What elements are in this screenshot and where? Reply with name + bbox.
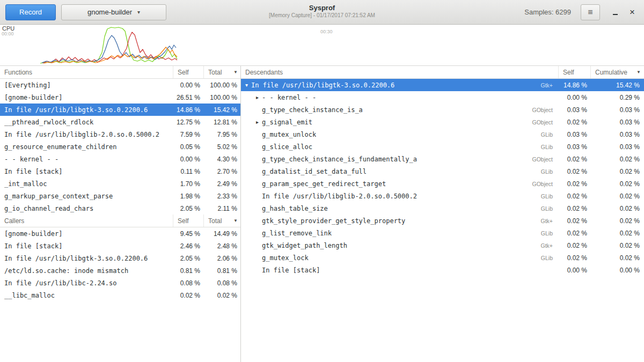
total-percent: 15.42 % [203, 106, 240, 114]
table-row[interactable]: g_list_remove_linkGLib0.02 %0.02 % [241, 227, 644, 239]
self-percent: 0.00 % [558, 267, 590, 274]
table-row[interactable]: g_resource_enumerate_children0.05 %5.02 … [0, 141, 240, 153]
function-name: In file [stack] [0, 242, 173, 250]
table-row[interactable]: g_mutex_unlockGLib0.03 %0.03 % [241, 128, 644, 141]
main-panes: Functions Self Total ▼ [Everything]0.00 … [0, 66, 644, 362]
total-percent: 100.00 % [203, 94, 240, 101]
table-row[interactable]: _int_malloc1.70 %2.49 % [0, 178, 240, 190]
minimize-button[interactable] [608, 5, 623, 20]
function-name: In file /usr/lib/libc-2.24.so [0, 279, 173, 287]
record-button[interactable]: Record [5, 4, 56, 20]
self-percent: 0.03 % [558, 106, 590, 114]
table-row[interactable]: In file [stack]0.11 %2.70 % [0, 165, 240, 178]
function-name: g_mutex_lock [261, 254, 309, 262]
function-name: g_slice_alloc [261, 143, 312, 151]
table-row[interactable]: gtk_widget_path_lengthGtk+0.02 %0.02 % [241, 239, 644, 252]
left-pane: Functions Self Total ▼ [Everything]0.00 … [0, 66, 241, 362]
table-row[interactable]: g_datalist_id_set_data_fullGLib0.02 %0.0… [241, 165, 644, 178]
functions-header: Functions Self Total ▼ [0, 66, 240, 79]
table-row[interactable]: In file [stack]0.00 %0.00 % [241, 264, 644, 276]
expander-open-icon[interactable]: ▾ [243, 82, 250, 88]
table-row[interactable]: g_hash_table_sizeGLib0.02 %0.02 % [241, 202, 644, 215]
cumulative-percent: 0.00 % [590, 267, 644, 274]
table-row[interactable]: g_type_check_instance_is_fundamentally_a… [241, 153, 644, 165]
table-row[interactable]: g_slice_allocGLib0.03 %0.03 % [241, 141, 644, 153]
table-row[interactable]: In file /usr/lib/libgtk-3.so.0.2200.62.0… [0, 252, 240, 264]
total-percent: 0.81 % [203, 267, 240, 275]
table-row[interactable]: In file /usr/lib/libc-2.24.so0.08 %0.08 … [0, 277, 240, 289]
process-selector[interactable]: gnome-builder ▾ [61, 4, 166, 20]
expander-closed-icon[interactable]: ▸ [254, 119, 261, 125]
function-name: g_hash_table_size [261, 205, 328, 212]
self-percent: 0.02 % [558, 156, 590, 163]
column-header-self[interactable]: Self [173, 215, 203, 227]
function-name: In file /usr/lib/libgtk-3.so.0.2200.6 [0, 106, 173, 114]
descendants-header: Descendants Self Cumulative ▼ [241, 66, 644, 79]
window-title-area: Sysprof [Memory Capture] - 01/17/2017 07… [161, 4, 483, 19]
cumulative-percent: 0.03 % [590, 106, 644, 114]
function-name: - - kernel - - [261, 94, 316, 101]
table-row[interactable]: g_param_spec_get_redirect_targetGObject0… [241, 178, 644, 190]
cpu-graph[interactable]: CPU 00:00 00:30 [0, 25, 644, 66]
table-row[interactable]: - - kernel - -0.00 %4.30 % [0, 153, 240, 165]
table-row[interactable]: ▾In file /usr/lib/libgtk-3.so.0.2200.6Gt… [241, 79, 644, 91]
function-name: In file /usr/lib/libgtk-3.so.0.2200.6 [0, 255, 173, 262]
total-percent: 7.95 % [203, 131, 240, 138]
library-badge: Gtk+ [541, 218, 558, 224]
total-percent: 2.11 % [203, 205, 240, 212]
table-row[interactable]: __libc_malloc0.02 %0.02 % [0, 289, 240, 301]
self-percent: 0.00 % [173, 82, 203, 89]
column-header-cumulative[interactable]: Cumulative ▼ [590, 66, 644, 78]
total-percent: 2.48 % [203, 242, 240, 250]
column-header-self[interactable]: Self [173, 66, 203, 78]
table-row[interactable]: In file /usr/lib/libglib-2.0.so.0.5000.2… [0, 128, 240, 141]
function-name: g_resource_enumerate_children [0, 143, 173, 151]
table-row[interactable]: [gnome-builder]9.45 %14.49 % [0, 227, 240, 240]
function-name: gtk_widget_path_length [261, 242, 347, 249]
library-badge: GLib [541, 193, 558, 200]
library-badge: GLib [541, 255, 558, 261]
column-header-descendants[interactable]: Descendants [241, 69, 558, 76]
minimize-icon [613, 14, 618, 15]
self-percent: 0.00 % [173, 156, 203, 163]
expander-closed-icon[interactable]: ▸ [254, 94, 261, 100]
function-name: gtk_style_provider_get_style_property [261, 217, 405, 225]
function-name: [gnome-builder] [0, 230, 173, 238]
capture-subtitle: [Memory Capture] - 01/17/2017 07:21:52 A… [161, 12, 483, 19]
column-header-total[interactable]: Total ▼ [203, 215, 240, 227]
library-badge: GObject [532, 181, 558, 187]
function-name: _int_malloc [0, 180, 173, 188]
table-row[interactable]: [Everything]0.00 %100.00 % [0, 79, 240, 91]
self-percent: 26.51 % [173, 94, 203, 101]
table-row[interactable]: ▸g_signal_emitGObject0.02 %0.03 % [241, 116, 644, 128]
table-row[interactable]: gtk_style_provider_get_style_propertyGtk… [241, 215, 644, 227]
table-row[interactable]: __pthread_rwlock_rdlock12.75 %12.81 % [0, 116, 240, 128]
table-row[interactable]: g_mutex_lockGLib0.02 %0.02 % [241, 252, 644, 264]
self-percent: 0.03 % [558, 131, 590, 138]
table-row[interactable]: ▸- - kernel - -0.00 %0.29 % [241, 91, 644, 104]
column-header-callers[interactable]: Callers [0, 217, 173, 225]
time-label-mid: 00:30 [320, 29, 333, 34]
column-header-total[interactable]: Total ▼ [203, 66, 240, 78]
table-row[interactable]: In file /usr/lib/libgtk-3.so.0.2200.614.… [0, 104, 240, 116]
table-row[interactable]: In file [stack]2.46 %2.48 % [0, 240, 240, 252]
table-row[interactable]: In file /usr/lib/libglib-2.0.so.0.5000.2… [241, 190, 644, 202]
table-row[interactable]: /etc/ld.so.cache: inode mismatch0.81 %0.… [0, 264, 240, 277]
self-percent: 0.02 % [558, 119, 590, 126]
table-row[interactable]: [gnome-builder]26.51 %100.00 % [0, 91, 240, 104]
column-header-self[interactable]: Self [558, 66, 590, 78]
total-percent: 2.06 % [203, 255, 240, 262]
column-header-functions[interactable]: Functions [0, 69, 173, 76]
table-row[interactable]: g_type_check_instance_is_aGObject0.03 %0… [241, 104, 644, 116]
self-percent: 0.02 % [558, 217, 590, 225]
close-button[interactable]: × [625, 5, 640, 20]
menu-button[interactable]: ≡ [581, 4, 600, 20]
library-badge: GLib [541, 230, 558, 237]
function-name: /etc/ld.so.cache: inode mismatch [0, 267, 173, 275]
self-percent: 0.81 % [173, 267, 203, 275]
table-row[interactable]: g_io_channel_read_chars2.05 %2.11 % [0, 202, 240, 215]
column-header-total-label: Total [208, 69, 222, 76]
table-row[interactable]: g_markup_parse_context_parse1.98 %2.33 % [0, 190, 240, 202]
cumulative-percent: 0.02 % [590, 168, 644, 175]
cumulative-percent: 0.03 % [590, 119, 644, 126]
